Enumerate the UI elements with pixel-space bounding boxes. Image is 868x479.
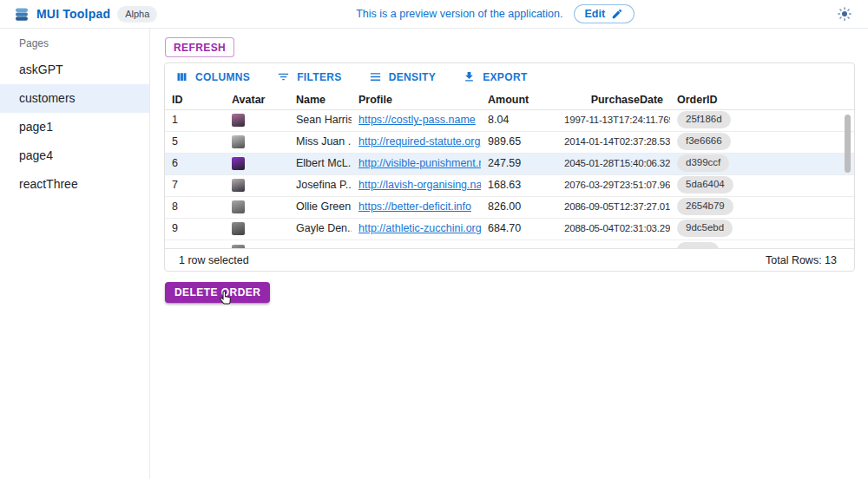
data-grid: COLUMNS FILTERS DENSITY EXPORT [164, 62, 855, 272]
order-id-chip: f3e6666 [677, 133, 731, 150]
export-icon [463, 70, 476, 83]
grid-vertical-scrollbar[interactable] [845, 115, 851, 173]
table-row[interactable]: 8 Ollie Green... https://better-deficit.… [165, 197, 854, 219]
cell-amount: 684.70 [481, 222, 557, 234]
app-window: MUI Toolpad Alpha This is a preview vers… [0, 0, 868, 479]
order-id-chip: d399ccf [677, 154, 729, 172]
table-row-partial[interactable] [165, 240, 854, 248]
profile-link[interactable]: http://athletic-zucchini.org [358, 222, 481, 234]
sidebar: Pages askGPT customers page1 page4 react… [0, 29, 150, 479]
cell-amount: 826.00 [481, 200, 557, 213]
cell-profile: https://better-deficit.info [352, 200, 481, 213]
cell-profile: http://required-statute.org [352, 135, 481, 148]
avatar [232, 114, 245, 127]
columns-icon [175, 70, 188, 83]
grid-footer: 1 row selected Total Rows: 13 [165, 248, 854, 271]
avatar [232, 245, 245, 248]
preview-message: This is a preview version of the applica… [356, 8, 562, 20]
sun-icon [837, 6, 852, 22]
cell-name: Miss Juan ... [289, 135, 352, 148]
column-header-avatar[interactable]: Avatar [225, 94, 289, 106]
avatar [232, 222, 245, 235]
pencil-icon [611, 8, 623, 20]
column-header-name[interactable]: Name [289, 94, 352, 106]
cell-order-id: f3e6666 [670, 133, 854, 150]
order-id-chip: 5da6404 [677, 176, 733, 194]
cell-avatar [225, 178, 289, 191]
app-bar: MUI Toolpad Alpha This is a preview vers… [0, 0, 868, 29]
profile-link[interactable]: http://visible-punishment.net [358, 157, 481, 169]
cell-name: Gayle Den... [289, 222, 352, 234]
cell-profile: http://lavish-organising.name [352, 179, 481, 191]
app-title: MUI Toolpad [36, 7, 110, 21]
table-row[interactable]: 1 Sean Harris https://costly-pass.name 8… [165, 110, 854, 132]
cell-order-id: 2654b79 [670, 198, 854, 215]
density-icon [369, 70, 382, 83]
order-id-chip: 25f186d [677, 111, 731, 128]
columns-button[interactable]: COLUMNS [174, 67, 252, 87]
column-header-purchasedate[interactable]: PurchaseDate [557, 94, 670, 106]
cell-purchase-date: 2086-09-05T12:37:27.015Z [557, 201, 670, 212]
table-row[interactable]: 9 Gayle Den... http://athletic-zucchini.… [165, 219, 854, 240]
cell-purchase-date: 2088-05-04T02:31:03.294Z [557, 223, 670, 233]
profile-link[interactable]: https://better-deficit.info [358, 200, 471, 213]
density-button[interactable]: DENSITY [367, 67, 437, 87]
cell-id: 9 [165, 222, 225, 234]
grid-header-row: ID Avatar Name Profile Amount PurchaseDa… [165, 90, 854, 110]
edit-button[interactable]: Edit [574, 4, 635, 23]
table-row[interactable]: 5 Miss Juan ... http://required-statute.… [165, 132, 854, 154]
cell-avatar [225, 135, 289, 148]
column-header-id[interactable]: ID [165, 94, 225, 106]
profile-link[interactable]: http://lavish-organising.name [358, 179, 481, 191]
cell-avatar [225, 200, 289, 213]
filters-button[interactable]: FILTERS [275, 67, 344, 87]
edit-button-label: Edit [585, 8, 606, 20]
refresh-button[interactable]: REFRESH [165, 37, 234, 57]
grid-rows: 1 Sean Harris https://costly-pass.name 8… [165, 110, 854, 248]
cell-profile: https://costly-pass.name [352, 114, 481, 126]
column-header-profile[interactable]: Profile [352, 94, 481, 106]
cell-amount: 8.04 [481, 114, 557, 126]
export-button[interactable]: EXPORT [461, 67, 529, 87]
app-bar-brand: MUI Toolpad Alpha [14, 6, 157, 23]
cell-order-id: 9dc5ebd [670, 220, 854, 237]
cell-order-id: 5da6404 [670, 176, 854, 194]
delete-order-button[interactable]: DELETE ORDER [165, 282, 270, 303]
cell-id: 1 [165, 114, 225, 126]
sidebar-item-page1[interactable]: page1 [0, 113, 149, 141]
theme-toggle-button[interactable] [833, 3, 856, 25]
cell-order-id: d399ccf [670, 154, 854, 172]
profile-link[interactable]: http://required-statute.org [358, 135, 480, 148]
sidebar-header: Pages [0, 29, 149, 56]
avatar [232, 157, 245, 170]
cell-id: 7 [165, 179, 225, 191]
page-content: REFRESH COLUMNS FILTERS DENSITY [150, 29, 868, 479]
cell-purchase-date: 1997-11-13T17:24:11.769Z [557, 115, 670, 125]
avatar [232, 179, 245, 192]
column-header-orderid[interactable]: OrderID [670, 94, 854, 106]
column-header-amount[interactable]: Amount [481, 94, 557, 106]
cell-profile: http://athletic-zucchini.org [352, 222, 481, 234]
sidebar-item-customers[interactable]: customers [0, 84, 149, 113]
table-row[interactable]: 6 Elbert McL... http://visible-punishmen… [165, 154, 854, 175]
table-row[interactable]: 7 Josefina P... http://lavish-organising… [165, 175, 854, 197]
order-id-chip: 9dc5ebd [677, 220, 733, 237]
cell-purchase-date: 2045-01-28T15:40:06.325Z [557, 158, 670, 168]
avatar [232, 200, 245, 213]
total-rows: Total Rows: 13 [766, 254, 837, 266]
cell-profile: http://visible-punishment.net [352, 157, 481, 169]
cell-amount: 168.63 [481, 179, 557, 191]
cell-name: Josefina P... [289, 179, 352, 191]
sidebar-item-reactthree[interactable]: reactThree [0, 170, 149, 199]
profile-link[interactable]: https://costly-pass.name [358, 114, 476, 126]
cell-name: Ollie Green... [289, 200, 352, 213]
sidebar-item-askgpt[interactable]: askGPT [0, 56, 149, 84]
selection-count: 1 row selected [179, 254, 249, 266]
sidebar-item-page4[interactable]: page4 [0, 141, 149, 170]
cell-name: Sean Harris [289, 114, 352, 126]
order-id-chip: 2654b79 [677, 198, 733, 215]
app-bar-center: This is a preview version of the applica… [157, 4, 833, 23]
cell-avatar [225, 156, 289, 169]
cell-avatar [225, 221, 289, 234]
cell-order-id: 25f186d [670, 111, 854, 128]
